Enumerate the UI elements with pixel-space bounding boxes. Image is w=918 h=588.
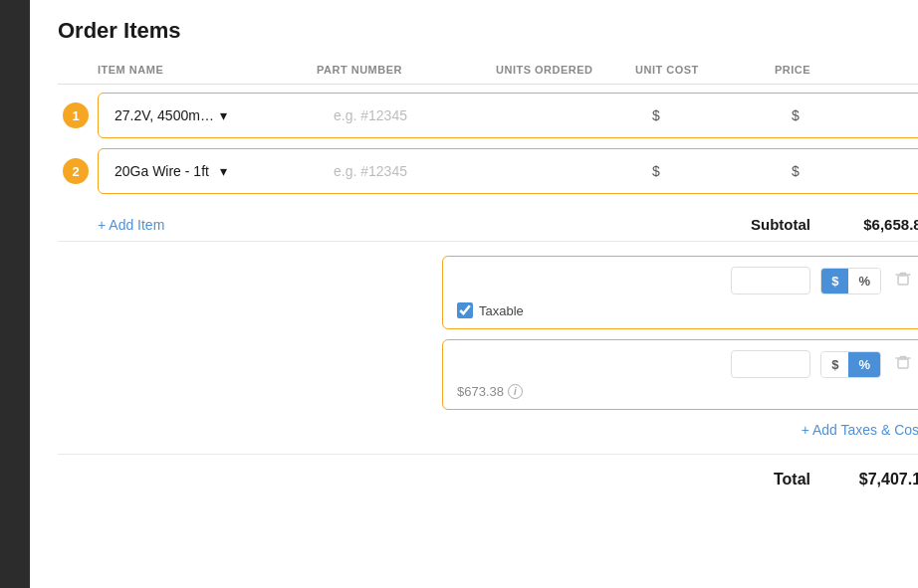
taxable-label: Taxable — [479, 303, 524, 318]
sales-tax-percent-toggle[interactable]: % — [848, 352, 880, 377]
item-name-value-2: 20Ga Wire - 1ft — [115, 163, 216, 179]
add-item-row: + Add Item Subtotal $6,658.80 — [58, 204, 918, 242]
sales-tax-delete-button[interactable] — [891, 350, 915, 378]
chevron-down-icon-2: ▾ — [220, 163, 322, 179]
sales-tax-name-input[interactable]: Sales Tax — [457, 356, 721, 372]
page-title: Order Items — [58, 18, 918, 44]
sales-tax-row: Sales Tax 10 $ % — [457, 350, 915, 378]
svg-rect-2 — [898, 276, 908, 285]
shipping-row: Shipping 75 $ % — [457, 267, 915, 294]
tax-amount-note: $673.38 i — [457, 384, 915, 399]
shipping-box-wrapper: Shipping 75 $ % — [442, 256, 918, 329]
col-header-units-ordered: UNITS ORDERED — [496, 64, 635, 76]
trash-icon-sales-tax — [895, 354, 911, 370]
shipping-name-input[interactable]: Shipping — [457, 273, 721, 289]
subtotal-value: $6,658.80 — [850, 216, 918, 233]
units-input-2[interactable]: 10 — [513, 163, 640, 179]
row-badge-1: 1 — [63, 102, 89, 128]
shipping-dollar-toggle[interactable]: $ — [821, 269, 848, 294]
shipping-toggle-group: $ % — [820, 268, 881, 294]
total-value: $7,407.18 — [850, 471, 918, 489]
order-items-area: 1 27.2V, 4500mAh B... ▾ 4 $ 1650 — [58, 93, 918, 194]
item-name-cell-2[interactable]: 20Ga Wire - 1ft ▾ — [109, 163, 328, 179]
shipping-amount-input[interactable]: 75 — [731, 267, 810, 294]
add-item-button[interactable]: + Add Item — [98, 217, 164, 233]
col-header-price: PRICE — [775, 64, 914, 76]
sales-tax-cost-box: Sales Tax 10 $ % — [442, 339, 918, 410]
total-label: Total — [774, 471, 810, 489]
units-cell-1[interactable]: 4 — [507, 107, 646, 123]
table-header: ITEM NAME PART NUMBER UNITS ORDERED UNIT… — [58, 64, 918, 85]
units-input-1[interactable]: 4 — [513, 107, 640, 123]
cost-boxes-area: Shipping 75 $ % — [58, 256, 918, 410]
part-number-cell-2[interactable] — [328, 163, 507, 179]
price-cell-1: $ 6600 — [786, 107, 918, 123]
unit-cost-input-1[interactable]: 1650 — [663, 107, 780, 123]
info-icon: i — [508, 384, 523, 399]
unit-cost-cell-1[interactable]: $ 1650 — [646, 107, 786, 123]
trash-icon-shipping — [895, 271, 911, 287]
shipping-percent-toggle[interactable]: % — [848, 269, 880, 294]
units-cell-2[interactable]: 10 — [507, 163, 646, 179]
sales-tax-box-wrapper: Sales Tax 10 $ % — [442, 339, 918, 410]
part-number-input-1[interactable] — [334, 107, 501, 123]
dollar-prefix-2: $ — [652, 163, 660, 179]
sales-tax-dollar-toggle[interactable]: $ — [821, 352, 848, 377]
col-header-unit-cost: UNIT COST — [635, 64, 775, 76]
left-sidebar — [0, 0, 30, 588]
item-name-cell-1[interactable]: 27.2V, 4500mAh B... ▾ — [109, 107, 328, 123]
taxable-checkbox[interactable] — [457, 302, 473, 318]
main-content: Order Items ITEM NAME PART NUMBER UNITS … — [30, 0, 918, 588]
row-badge-2: 2 — [63, 158, 89, 184]
part-number-input-2[interactable] — [334, 163, 501, 179]
item-name-select-1[interactable]: 27.2V, 4500mAh B... ▾ — [115, 107, 322, 123]
col-header-part-number: PART NUMBER — [317, 64, 496, 76]
chevron-down-icon: ▾ — [220, 107, 322, 123]
dollar-prefix-price-1: $ — [792, 107, 800, 123]
order-row: 1 27.2V, 4500mAh B... ▾ 4 $ 1650 — [98, 93, 918, 138]
price-cell-2: $ 58.8 — [786, 163, 918, 179]
sales-tax-amount-input[interactable]: 10 — [731, 350, 810, 378]
add-taxes-row: + Add Taxes & Costs — [58, 422, 918, 438]
tax-note-value: $673.38 — [457, 384, 504, 399]
dollar-prefix-1: $ — [652, 107, 660, 123]
svg-rect-3 — [898, 359, 908, 368]
total-row: Total $7,407.18 — [58, 454, 918, 492]
item-name-value-1: 27.2V, 4500mAh B... — [115, 107, 216, 123]
item-name-select-2[interactable]: 20Ga Wire - 1ft ▾ — [115, 163, 322, 179]
subtotal-label: Subtotal — [751, 216, 810, 233]
order-row-2: 2 20Ga Wire - 1ft ▾ 10 $ 5.88 — [98, 148, 918, 194]
col-header-actions — [914, 64, 918, 76]
shipping-delete-button[interactable] — [891, 267, 915, 294]
shipping-cost-box: Shipping 75 $ % — [442, 256, 918, 329]
taxable-row: Taxable — [457, 302, 915, 318]
price-input-1[interactable]: 6600 — [803, 107, 918, 123]
price-input-2[interactable]: 58.8 — [803, 163, 918, 179]
add-taxes-button[interactable]: + Add Taxes & Costs — [802, 422, 918, 438]
sales-tax-toggle-group: $ % — [820, 351, 881, 378]
unit-cost-cell-2[interactable]: $ 5.88 — [646, 163, 786, 179]
part-number-cell-1[interactable] — [328, 107, 507, 123]
unit-cost-input-2[interactable]: 5.88 — [663, 163, 780, 179]
col-header-item-name: ITEM NAME — [98, 64, 317, 76]
dollar-prefix-price-2: $ — [792, 163, 800, 179]
